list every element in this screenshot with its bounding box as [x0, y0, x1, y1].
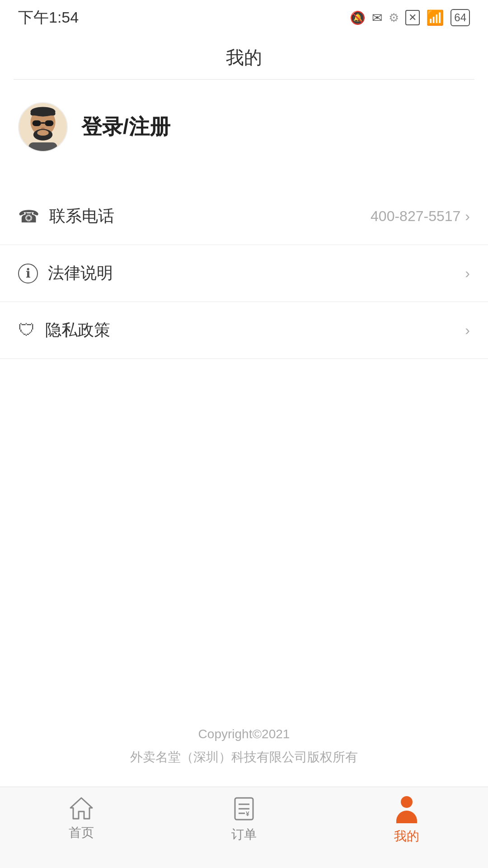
svg-rect-10: [28, 142, 57, 151]
menu-item-left-legal: ℹ 法律说明: [18, 262, 113, 284]
svg-text:¥: ¥: [246, 810, 249, 817]
close-icon: ✕: [405, 10, 420, 25]
person-icon: [393, 796, 420, 823]
chevron-icon-contact: ›: [465, 208, 470, 225]
svg-rect-4: [33, 120, 41, 126]
login-register-label[interactable]: 登录/注册: [81, 113, 170, 141]
person-body: [396, 811, 417, 823]
legal-label: 法律说明: [48, 262, 113, 284]
menu-item-right-privacy: ›: [465, 322, 470, 339]
copyright-section: Copyright©2021 外卖名堂（深圳）科技有限公司版权所有: [0, 723, 488, 769]
battery-level: 64: [454, 11, 466, 24]
orders-icon: ¥: [232, 796, 256, 821]
avatar[interactable]: [18, 102, 68, 152]
chevron-icon-privacy: ›: [465, 322, 470, 339]
page-title: 我的: [0, 32, 488, 79]
battery-indicator: 64: [450, 9, 470, 26]
settings-icon: ⚙: [389, 11, 399, 25]
svg-rect-5: [45, 120, 53, 126]
svg-marker-11: [70, 798, 92, 819]
contact-label: 联系电话: [49, 205, 114, 227]
chevron-icon-legal: ›: [465, 265, 470, 282]
message-icon: ✉: [372, 10, 382, 25]
menu-item-legal[interactable]: ℹ 法律说明 ›: [0, 245, 488, 302]
nav-label-home: 首页: [69, 824, 94, 841]
menu-item-right-legal: ›: [465, 265, 470, 282]
menu-item-contact[interactable]: ☎ 联系电话 400-827-5517 ›: [0, 188, 488, 245]
wifi-icon: 📶: [426, 9, 444, 26]
svg-point-9: [37, 130, 48, 136]
status-bar: 下午1:54 🔕 ✉ ⚙ ✕ 📶 64: [0, 0, 488, 32]
bottom-nav: 首页 ¥ 订单 我的: [0, 787, 488, 868]
nav-label-orders: 订单: [231, 826, 257, 843]
menu-item-left-contact: ☎ 联系电话: [18, 205, 114, 227]
mute-icon: 🔕: [350, 10, 366, 25]
nav-item-mine[interactable]: 我的: [325, 796, 488, 845]
nav-item-orders[interactable]: ¥ 订单: [163, 796, 325, 843]
menu-section: ☎ 联系电话 400-827-5517 › ℹ 法律说明 › 🛡 隐私政策 ›: [0, 188, 488, 359]
home-icon: [69, 796, 94, 820]
menu-item-privacy[interactable]: 🛡 隐私政策 ›: [0, 302, 488, 359]
privacy-label: 隐私政策: [45, 319, 110, 341]
menu-item-right-contact: 400-827-5517 ›: [371, 208, 470, 225]
profile-section[interactable]: 登录/注册: [0, 80, 488, 170]
privacy-icon: 🛡: [18, 321, 35, 340]
person-head: [401, 796, 413, 808]
svg-rect-3: [30, 112, 55, 115]
status-icons: 🔕 ✉ ⚙ ✕ 📶 64: [350, 9, 470, 26]
legal-icon: ℹ: [18, 264, 38, 283]
phone-value: 400-827-5517: [371, 208, 460, 225]
svg-rect-6: [41, 122, 45, 123]
phone-icon: ☎: [18, 207, 39, 226]
status-time: 下午1:54: [18, 7, 79, 28]
menu-item-left-privacy: 🛡 隐私政策: [18, 319, 110, 341]
copyright-line1: Copyright©2021: [0, 723, 488, 745]
nav-label-mine: 我的: [394, 828, 419, 845]
avatar-image: [19, 103, 67, 151]
nav-item-home[interactable]: 首页: [0, 796, 163, 841]
copyright-line2: 外卖名堂（深圳）科技有限公司版权所有: [0, 746, 488, 769]
